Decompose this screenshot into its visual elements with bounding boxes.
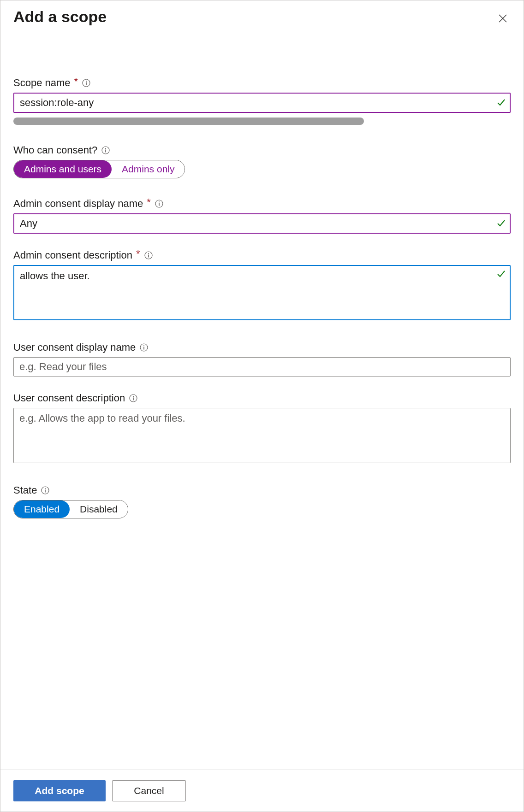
user-consent-description-input[interactable]: [13, 408, 511, 463]
state-option-enabled[interactable]: Enabled: [14, 500, 70, 518]
required-indicator: *: [147, 196, 151, 208]
admin-consent-description-label: Admin consent description: [13, 249, 132, 261]
info-icon[interactable]: [41, 486, 50, 495]
admin-consent-display-name-input[interactable]: [13, 213, 511, 234]
user-consent-description-label: User consent description: [13, 392, 125, 404]
state-field: State Enabled Disabled: [13, 484, 511, 518]
cancel-button[interactable]: Cancel: [112, 780, 186, 801]
info-icon[interactable]: [139, 343, 149, 352]
user-consent-display-name-field: User consent display name: [13, 341, 511, 377]
add-scope-panel: Add a scope Scope name *: [0, 0, 524, 812]
who-can-consent-label: Who can consent?: [13, 144, 97, 156]
svg-point-6: [105, 148, 106, 149]
info-icon[interactable]: [144, 251, 153, 260]
svg-point-18: [133, 396, 134, 397]
admin-consent-display-name-field: Admin consent display name *: [13, 198, 511, 234]
svg-rect-4: [86, 82, 87, 85]
svg-rect-13: [148, 255, 149, 258]
admin-consent-display-name-label: Admin consent display name: [13, 198, 143, 210]
panel-footer: Add scope Cancel: [0, 770, 524, 812]
info-icon[interactable]: [129, 394, 138, 403]
add-scope-button[interactable]: Add scope: [13, 780, 106, 801]
admin-consent-description-field: Admin consent description *: [13, 249, 511, 322]
required-indicator: *: [136, 248, 140, 260]
svg-point-3: [86, 81, 87, 82]
info-icon[interactable]: [82, 78, 91, 88]
state-toggle: Enabled Disabled: [13, 500, 128, 518]
user-consent-display-name-input[interactable]: [13, 357, 511, 377]
panel-title: Add a scope: [13, 8, 107, 26]
info-icon[interactable]: [101, 146, 110, 155]
admin-consent-description-input[interactable]: [13, 265, 511, 320]
who-can-consent-field: Who can consent? Admins and users Admins…: [13, 144, 511, 178]
state-option-disabled[interactable]: Disabled: [70, 500, 128, 518]
consent-option-admins-and-users[interactable]: Admins and users: [14, 160, 112, 178]
user-consent-display-name-label: User consent display name: [13, 341, 136, 353]
svg-point-9: [159, 201, 160, 202]
svg-point-12: [148, 253, 149, 254]
info-icon[interactable]: [155, 199, 164, 208]
who-can-consent-toggle: Admins and users Admins only: [13, 160, 185, 178]
required-indicator: *: [74, 76, 78, 88]
svg-point-15: [143, 345, 144, 346]
svg-rect-7: [105, 150, 106, 153]
scope-name-field: Scope name *: [13, 77, 511, 125]
redacted-helper-text: [13, 118, 364, 125]
state-label: State: [13, 484, 37, 496]
scope-name-input[interactable]: [13, 93, 511, 113]
close-button[interactable]: [495, 11, 511, 26]
svg-rect-22: [45, 490, 46, 493]
svg-rect-16: [144, 347, 145, 350]
consent-option-admins-only[interactable]: Admins only: [112, 160, 185, 178]
svg-rect-10: [159, 203, 160, 206]
svg-point-21: [45, 488, 46, 489]
close-icon: [498, 13, 508, 24]
scope-name-label: Scope name: [13, 77, 71, 89]
svg-rect-19: [133, 398, 134, 400]
panel-header: Add a scope: [0, 0, 524, 26]
user-consent-description-field: User consent description: [13, 392, 511, 465]
panel-content: Scope name * Who can consent?: [0, 26, 524, 770]
